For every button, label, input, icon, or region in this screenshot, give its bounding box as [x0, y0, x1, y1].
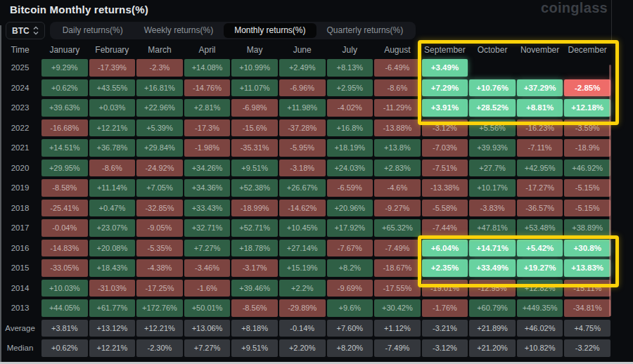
cell-2021-january: +14.51% [41, 139, 88, 157]
cell-median-october: +21.20% [469, 339, 516, 357]
cell-2018-september: -5.58% [422, 200, 468, 217]
cell-2021-april: -1.98% [184, 139, 231, 157]
cell-2018-october: -3.83% [469, 200, 516, 217]
cell-2021-july: +18.19% [327, 139, 373, 157]
cell-2015-july: +8.2% [327, 259, 373, 277]
cell-2025-august: -6.49% [374, 59, 421, 77]
cell-average-october: +21.89% [469, 320, 516, 337]
cell-average-september: -3.21% [422, 320, 468, 337]
cell-2024-february: +43.55% [89, 79, 136, 97]
cell-average-november: +46.02% [517, 320, 563, 337]
cell-2016-may: +18.78% [231, 240, 278, 257]
cell-2019-june: +26.67% [279, 179, 326, 197]
cell-2021-august: +13.8% [374, 139, 421, 157]
cell-2016-february: +20.08% [89, 240, 136, 257]
cell-2017-february: +23.07% [89, 219, 136, 237]
cell-2019-september: -13.38% [422, 179, 468, 197]
cell-median-august: -7.49% [374, 339, 421, 357]
cell-median-december: -3.22% [564, 339, 610, 357]
cell-2024-june: -6.96% [279, 79, 326, 97]
returns-tab-bar: Daily returns(%) Weekly returns(%) Month… [50, 22, 416, 39]
column-header-august: August [374, 44, 421, 56]
cell-2018-august: -9.27% [374, 200, 421, 217]
cell-2022-march: +5.39% [136, 119, 183, 137]
cell-2020-april: +34.26% [184, 160, 231, 177]
cell-2013-february: +61.77% [89, 299, 136, 317]
cell-2021-february: +36.78% [89, 139, 136, 157]
cell-2014-march: -17.25% [136, 280, 183, 297]
cell-2015-september: +2.35% [422, 259, 468, 277]
column-header-november: November [517, 44, 563, 56]
cell-2022-august: -13.88% [374, 119, 421, 137]
cell-2024-may: +11.07% [231, 79, 278, 97]
cell-2018-june: -14.62% [279, 200, 326, 217]
cell-2025-july: +8.13% [327, 59, 373, 77]
cell-2021-june: -5.95% [279, 139, 326, 157]
row-label-2023: 2023 [0, 99, 40, 117]
cell-2014-july: -9.69% [327, 280, 373, 297]
cell-2014-december: -15.11% [564, 280, 610, 297]
cell-2018-january: -25.41% [41, 200, 88, 217]
cell-2013-july: +9.6% [327, 299, 373, 317]
cell-2015-april: -3.46% [184, 259, 231, 277]
cell-2025-april: +14.08% [184, 59, 231, 77]
cell-2020-december: +46.92% [564, 160, 610, 177]
cell-2023-september: +3.91% [422, 99, 468, 117]
page-title: Bitcoin Monthly returns(%) [10, 4, 148, 15]
cell-2013-june: -29.89% [279, 299, 326, 317]
cell-2016-november: +5.42% [517, 240, 563, 257]
cell-median-april: +7.27% [184, 339, 231, 357]
tab-monthly-returns[interactable]: Monthly returns(%) [224, 23, 316, 38]
window-left-edge [0, 25, 1, 364]
cell-2017-october: +47.81% [469, 219, 516, 237]
row-label-2017: 2017 [0, 219, 40, 237]
row-label-2024: 2024 [0, 79, 40, 97]
cell-2020-october: +27.7% [469, 160, 516, 177]
cell-2023-july: -4.02% [327, 99, 373, 117]
cell-2022-october: +5.56% [469, 119, 516, 137]
coinglass-logo: coinglass [541, 0, 608, 16]
row-label-2022: 2022 [0, 119, 40, 137]
row-label-2021: 2021 [0, 139, 40, 157]
cell-2022-july: +16.8% [327, 119, 373, 137]
cell-2019-may: +52.38% [231, 179, 278, 197]
cell-2013-september: -1.76% [422, 299, 468, 317]
cell-2015-june: +15.19% [279, 259, 326, 277]
cell-2025-june: +2.49% [279, 59, 326, 77]
tab-quarterly-returns[interactable]: Quarterly returns(%) [316, 23, 414, 38]
cell-2013-august: +30.42% [374, 299, 421, 317]
cell-2014-october: -12.95% [469, 280, 516, 297]
row-label-average: Average [0, 320, 40, 337]
cell-2014-august: -17.55% [374, 280, 421, 297]
cell-2013-december: -34.81% [564, 299, 610, 317]
cell-average-march: +12.21% [136, 320, 183, 337]
tab-daily-returns[interactable]: Daily returns(%) [52, 23, 134, 38]
cell-2019-february: +11.14% [89, 179, 136, 197]
cell-2025-september: +3.49% [422, 59, 468, 77]
cell-2023-january: +39.63% [41, 99, 88, 117]
cell-2023-april: +2.81% [184, 99, 231, 117]
cell-2024-november: +37.29% [517, 79, 563, 97]
symbol-selector[interactable]: BTC [6, 22, 45, 39]
cell-2023-february: +0.03% [89, 99, 136, 117]
row-label-2013: 2013 [0, 299, 40, 317]
cell-2020-september: -7.51% [422, 160, 468, 177]
cell-2015-november: +19.27% [517, 259, 563, 277]
cell-median-january: +0.62% [41, 339, 88, 357]
row-label-2016: 2016 [0, 240, 40, 257]
cell-2014-february: -31.03% [89, 280, 136, 297]
cell-2017-january: -0.04% [41, 219, 88, 237]
column-header-time: Time [0, 44, 40, 56]
cell-2022-june: -37.28% [279, 119, 326, 137]
cell-2025-february: -17.39% [89, 59, 136, 77]
tab-weekly-returns[interactable]: Weekly returns(%) [134, 23, 224, 38]
cell-median-july: +8.20% [327, 339, 373, 357]
cell-2014-may: +39.46% [231, 280, 278, 297]
cell-2015-december: +13.83% [564, 259, 610, 277]
cell-2024-april: -14.76% [184, 79, 231, 97]
cell-2023-october: +28.52% [469, 99, 516, 117]
monthly-returns-table: TimeJanuaryFebruaryMarchAprilMayJuneJuly… [0, 44, 610, 357]
cell-2019-july: -6.59% [327, 179, 373, 197]
cell-2016-july: -7.67% [327, 240, 373, 257]
cell-average-august: +1.12% [374, 320, 421, 337]
